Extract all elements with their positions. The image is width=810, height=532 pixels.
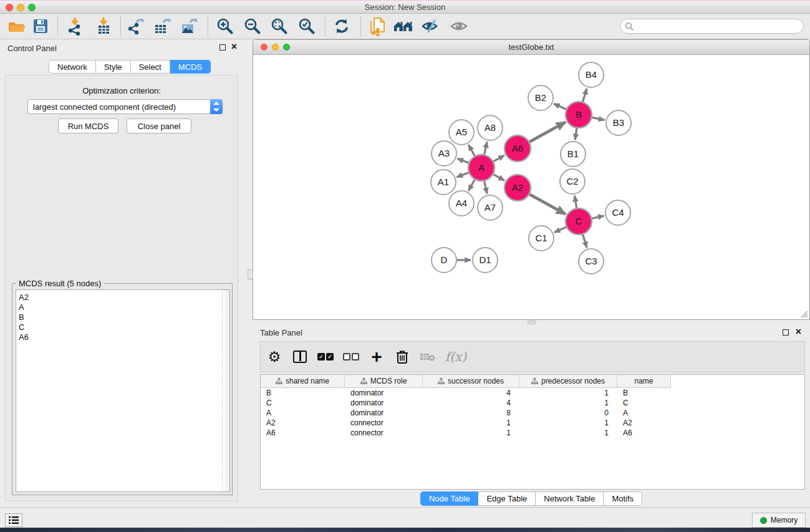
zoom-selected-button[interactable] xyxy=(295,16,319,37)
node-A1[interactable]: A1 xyxy=(431,170,456,195)
node-A5[interactable]: A5 xyxy=(449,120,474,145)
column-settings-button[interactable]: ⚙ xyxy=(263,346,286,368)
node-table[interactable]: shared nameMCDS rolesuccessor nodesprede… xyxy=(260,374,805,490)
node-C1[interactable]: C1 xyxy=(529,226,554,251)
delete-columns-button[interactable] xyxy=(390,346,414,368)
table-row[interactable]: A2connector11A2 xyxy=(261,418,804,428)
edge-A-A1[interactable] xyxy=(457,172,470,177)
resize-grip-icon[interactable] xyxy=(800,310,808,318)
node-B2[interactable]: B2 xyxy=(528,85,553,110)
node-A6[interactable]: A6 xyxy=(504,135,531,162)
criterion-dropdown[interactable]: largest connected component (directed) xyxy=(27,99,223,114)
splitter-handle[interactable] xyxy=(248,269,253,279)
node-B4[interactable]: B4 xyxy=(579,62,604,87)
table-row[interactable]: Cdominator41C xyxy=(261,398,804,408)
tab-node-table[interactable]: Node Table xyxy=(420,491,479,506)
node-C2[interactable]: C2 xyxy=(560,169,585,194)
float-panel-icon[interactable] xyxy=(219,44,226,51)
edge-A2-C[interactable] xyxy=(529,194,566,214)
network-window-titlebar[interactable]: testGlobe.txt xyxy=(253,40,809,55)
node-C[interactable]: C xyxy=(566,208,592,235)
memory-button[interactable]: Memory xyxy=(752,513,806,528)
export-network-button[interactable] xyxy=(124,16,148,37)
edge-A-A5[interactable] xyxy=(468,145,475,157)
tab-motifs[interactable]: Motifs xyxy=(604,491,642,506)
search-input[interactable] xyxy=(634,21,803,32)
table-row[interactable]: Bdominator41B xyxy=(261,388,804,398)
column-header-predecessor-nodes[interactable]: predecessor nodes xyxy=(519,375,617,388)
edge-B-B4[interactable] xyxy=(582,89,587,102)
node-A7[interactable]: A7 xyxy=(478,195,503,220)
save-session-button[interactable] xyxy=(29,16,52,37)
node-A8[interactable]: A8 xyxy=(478,115,503,140)
table-row[interactable]: Adominator80A xyxy=(261,408,804,418)
tab-network[interactable]: Network xyxy=(49,60,96,74)
tab-mcds[interactable]: MCDS xyxy=(170,60,211,74)
node-B[interactable]: B xyxy=(566,102,592,128)
result-scrollbar[interactable] xyxy=(222,290,229,491)
result-list-item[interactable]: B xyxy=(19,312,229,322)
refresh-view-button[interactable] xyxy=(330,16,354,37)
zoom-in-button[interactable] xyxy=(213,16,237,37)
select-all-columns-button[interactable]: ✓ ✓ xyxy=(314,346,337,368)
export-table-button[interactable] xyxy=(151,16,175,37)
tab-edge-table[interactable]: Edge Table xyxy=(478,491,536,506)
node-A[interactable]: A xyxy=(468,155,494,181)
edge-B-B3[interactable] xyxy=(592,117,605,120)
tab-select[interactable]: Select xyxy=(131,60,170,74)
edge-B-B2[interactable] xyxy=(554,104,567,109)
split-table-button[interactable] xyxy=(288,346,312,368)
column-header-MCDS-role[interactable]: MCDS role xyxy=(345,375,423,388)
edge-A-A8[interactable] xyxy=(485,142,488,155)
table-row[interactable]: A6connector11A6 xyxy=(261,428,804,438)
function-builder-button[interactable]: f(x) xyxy=(441,346,470,368)
result-list-item[interactable]: A xyxy=(19,302,229,312)
edge-C-C4[interactable] xyxy=(592,216,604,218)
result-list-item[interactable]: A6 xyxy=(19,332,229,342)
node-D1[interactable]: D1 xyxy=(473,248,498,273)
node-C3[interactable]: C3 xyxy=(579,249,604,274)
column-header-name[interactable]: name xyxy=(617,375,671,388)
node-B1[interactable]: B1 xyxy=(561,142,586,167)
tab-style[interactable]: Style xyxy=(96,60,131,74)
mcds-result-list[interactable]: A2ABCA6 xyxy=(16,289,230,492)
edge-A-A6[interactable] xyxy=(493,155,504,162)
edge-C-C2[interactable] xyxy=(575,196,577,209)
edge-A-A4[interactable] xyxy=(468,179,475,191)
network-canvas[interactable]: B4B2BB3A8A5A6A3B1AA1C2A2A4A7C4CC1DD1C3 xyxy=(253,55,809,319)
node-D[interactable]: D xyxy=(432,248,456,273)
edge-C-C3[interactable] xyxy=(582,234,587,248)
node-B3[interactable]: B3 xyxy=(606,110,631,135)
open-session-button[interactable] xyxy=(5,16,29,37)
tab-network-table[interactable]: Network Table xyxy=(536,491,604,506)
column-header-shared-name[interactable]: shared name xyxy=(261,375,345,388)
add-column-button[interactable]: + xyxy=(365,346,388,368)
node-A4[interactable]: A4 xyxy=(449,191,474,216)
float-panel-icon[interactable] xyxy=(783,329,789,336)
delete-table-button[interactable] xyxy=(416,346,440,368)
hide-graphics-details-button[interactable] xyxy=(419,16,443,37)
result-list-item[interactable]: C xyxy=(19,322,229,332)
show-graphics-details-button[interactable] xyxy=(447,16,471,37)
deselect-all-columns-button[interactable] xyxy=(339,346,363,368)
result-list-item[interactable]: A2 xyxy=(19,293,229,302)
edge-A-A2[interactable] xyxy=(493,174,504,180)
network-file-button[interactable] xyxy=(366,16,390,37)
edge-A6-B[interactable] xyxy=(529,122,566,142)
task-history-button[interactable] xyxy=(5,513,22,527)
node-C4[interactable]: C4 xyxy=(605,200,630,225)
edge-A-A3[interactable] xyxy=(458,158,470,163)
zoom-out-button[interactable] xyxy=(241,16,264,37)
import-table-button[interactable] xyxy=(92,16,115,37)
edge-A-A7[interactable] xyxy=(485,181,488,194)
node-A3[interactable]: A3 xyxy=(432,141,456,166)
edge-C-C1[interactable] xyxy=(554,227,567,233)
column-header-successor-nodes[interactable]: successor nodes xyxy=(423,375,519,388)
import-network-button[interactable] xyxy=(63,16,87,37)
close-panel-icon[interactable]: × xyxy=(231,44,237,50)
close-panel-icon[interactable]: × xyxy=(796,329,801,335)
edge-B-B1[interactable] xyxy=(575,128,577,140)
close-panel-button[interactable]: Close panel xyxy=(127,118,191,133)
zoom-fit-button[interactable] xyxy=(268,16,291,37)
nested-networks-button[interactable] xyxy=(392,16,415,37)
